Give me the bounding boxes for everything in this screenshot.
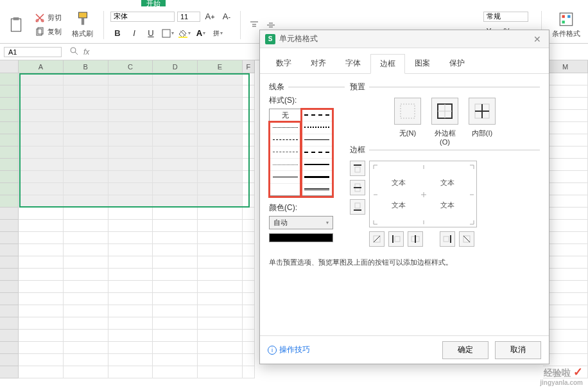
cell[interactable] <box>64 330 108 342</box>
cell[interactable] <box>64 220 108 232</box>
cell[interactable] <box>108 122 153 134</box>
col-header[interactable]: B <box>64 60 108 73</box>
cell[interactable] <box>153 330 198 342</box>
cell[interactable] <box>243 366 255 378</box>
border-preview[interactable]: 文本 文本 文本 文本 <box>369 161 477 227</box>
cell[interactable] <box>243 293 255 305</box>
cell[interactable] <box>243 134 255 146</box>
style-med-dash2[interactable] <box>301 146 333 159</box>
cell[interactable] <box>19 293 64 305</box>
cut-button[interactable]: 剪切 <box>32 12 64 24</box>
cell[interactable] <box>153 244 198 256</box>
border-top-button[interactable] <box>350 161 365 176</box>
format-painter-button[interactable]: 格式刷 <box>68 10 97 40</box>
cell[interactable] <box>543 305 588 317</box>
style-dash-small[interactable] <box>270 134 301 146</box>
row-header[interactable] <box>0 281 19 293</box>
cell[interactable] <box>64 195 108 208</box>
close-button[interactable]: ✕ <box>531 34 544 44</box>
cell[interactable] <box>64 354 108 366</box>
cell[interactable] <box>153 208 198 220</box>
cell[interactable] <box>153 183 198 195</box>
cell[interactable] <box>64 305 108 317</box>
preset-none-button[interactable] <box>394 98 421 125</box>
col-header[interactable]: F <box>243 60 255 73</box>
style-med-dash[interactable] <box>301 109 333 121</box>
cell[interactable] <box>64 73 108 85</box>
cell[interactable] <box>108 366 153 378</box>
preset-inner-button[interactable] <box>469 98 496 125</box>
cell[interactable] <box>108 244 153 256</box>
row-header[interactable] <box>0 98 19 110</box>
cell[interactable] <box>153 366 198 378</box>
row-header[interactable] <box>0 269 19 281</box>
font-color-button[interactable]: A▾ <box>194 26 208 40</box>
cell[interactable] <box>108 134 153 146</box>
cell[interactable] <box>64 256 108 269</box>
cell[interactable] <box>108 195 153 208</box>
cell[interactable] <box>153 122 198 134</box>
cell[interactable] <box>153 134 198 146</box>
cell[interactable] <box>198 110 243 122</box>
cell[interactable] <box>243 232 255 244</box>
cell[interactable] <box>64 85 108 98</box>
cell[interactable] <box>108 317 153 330</box>
style-none[interactable]: 无 <box>270 109 301 121</box>
tab-border[interactable]: 边框 <box>370 54 405 74</box>
cell[interactable] <box>543 195 588 208</box>
cell[interactable] <box>243 159 255 171</box>
row-header[interactable] <box>0 220 19 232</box>
row-header[interactable] <box>0 354 19 366</box>
cell[interactable] <box>243 85 255 98</box>
cell[interactable] <box>243 317 255 330</box>
row-header[interactable] <box>0 122 19 134</box>
style-extra-thick[interactable] <box>301 171 333 183</box>
cell[interactable] <box>108 256 153 269</box>
tab-protect[interactable]: 保护 <box>440 53 474 73</box>
cell[interactable] <box>543 110 588 122</box>
row-header[interactable] <box>0 110 19 122</box>
cell[interactable] <box>198 98 243 110</box>
row-header[interactable] <box>0 256 19 269</box>
cell[interactable] <box>64 232 108 244</box>
cell[interactable] <box>64 269 108 281</box>
cell[interactable] <box>543 220 588 232</box>
cell[interactable] <box>19 195 64 208</box>
cell[interactable] <box>64 342 108 354</box>
name-box[interactable] <box>4 47 62 57</box>
cell[interactable] <box>64 293 108 305</box>
cell[interactable] <box>108 183 153 195</box>
row-header[interactable] <box>0 183 19 195</box>
cell[interactable] <box>64 146 108 159</box>
cell[interactable] <box>198 281 243 293</box>
row-header[interactable] <box>0 146 19 159</box>
paste-button[interactable] <box>4 15 28 35</box>
cell[interactable] <box>198 342 243 354</box>
row-header[interactable] <box>0 366 19 378</box>
cell[interactable] <box>543 183 588 195</box>
cell[interactable] <box>543 85 588 98</box>
cell[interactable] <box>64 244 108 256</box>
row-header[interactable] <box>0 305 19 317</box>
cell[interactable] <box>19 73 64 85</box>
cell[interactable] <box>153 269 198 281</box>
cell[interactable] <box>243 146 255 159</box>
cell[interactable] <box>243 98 255 110</box>
cell[interactable] <box>243 208 255 220</box>
border-button[interactable]: ▾ <box>160 26 175 40</box>
cell[interactable] <box>19 269 64 281</box>
row-header[interactable] <box>0 317 19 330</box>
select-all-corner[interactable] <box>0 60 19 73</box>
style-dash-dot[interactable] <box>270 146 301 159</box>
row-header[interactable] <box>0 159 19 171</box>
cell[interactable] <box>198 293 243 305</box>
cell[interactable] <box>153 159 198 171</box>
cell[interactable] <box>198 269 243 281</box>
cell[interactable] <box>543 171 588 183</box>
cell[interactable] <box>198 232 243 244</box>
cell[interactable] <box>198 256 243 269</box>
cell[interactable] <box>64 208 108 220</box>
cell[interactable] <box>153 98 198 110</box>
cell[interactable] <box>108 354 153 366</box>
cell[interactable] <box>243 171 255 183</box>
